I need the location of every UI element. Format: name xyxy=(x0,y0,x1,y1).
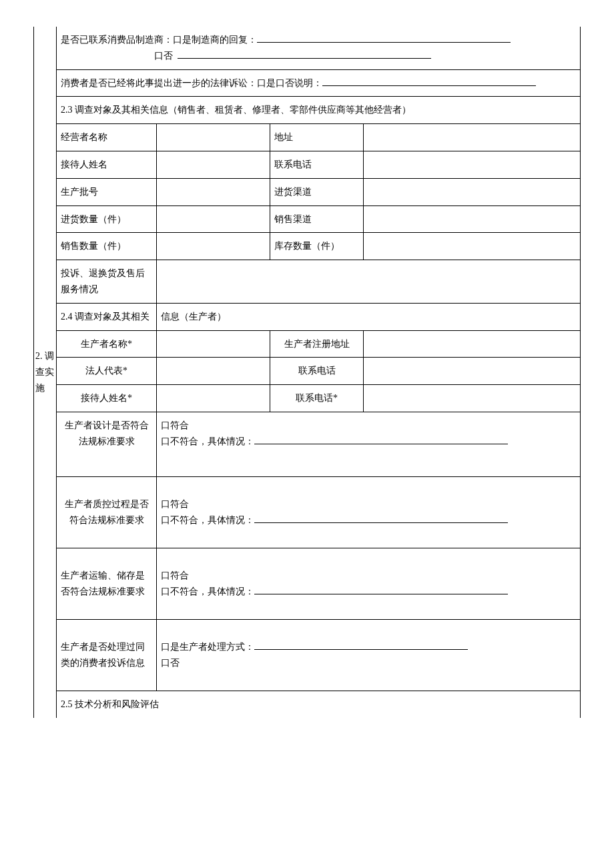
manufacturer-reply-blank[interactable] xyxy=(257,33,511,43)
legal-options[interactable]: 口是口否说明： xyxy=(257,77,322,88)
design-compliance-label: 生产者设计是否符合法规标准要求 xyxy=(57,412,157,476)
legal-rep-label: 法人代表* xyxy=(57,358,157,385)
transport-conform-option[interactable]: 口符合 xyxy=(161,570,189,580)
transport-compliance-label: 生产者运输、储存是否符合法规标准要求 xyxy=(57,548,157,619)
producer-receptionist-value[interactable] xyxy=(157,385,270,412)
design-nonconform-option[interactable]: 口不符合，具体情况： xyxy=(161,436,254,446)
transport-nonconform-blank[interactable] xyxy=(254,584,508,594)
similar-yes-option[interactable]: 口是生产者处理方式： xyxy=(161,641,254,652)
transport-nonconform-option[interactable]: 口不符合，具体情况： xyxy=(161,586,254,596)
contact-phone-label: 联系电话 xyxy=(270,151,364,178)
sales-qty-label: 销售数量（件） xyxy=(57,233,157,260)
similar-method-blank[interactable] xyxy=(254,640,468,650)
producer-name-label: 生产者名称* xyxy=(57,330,157,358)
section-2-3-header: 2.3 调查对象及其相关信息（销售者、租赁者、修理者、零部件供应商等其他经营者） xyxy=(57,97,581,124)
stock-qty-label: 库存数量（件） xyxy=(270,233,364,260)
design-conform-option[interactable]: 口符合 xyxy=(161,420,189,430)
qc-compliance-label: 生产者质控过程是否符合法规标准要求 xyxy=(57,476,157,548)
similar-complaints-label: 生产者是否处理过同类的消费者投诉信息 xyxy=(57,619,157,691)
purchase-qty-value[interactable] xyxy=(157,205,270,233)
design-compliance-value: 口符合 口不符合，具体情况： xyxy=(157,412,581,476)
design-nonconform-blank[interactable] xyxy=(254,434,508,444)
operator-name-label: 经营者名称 xyxy=(57,124,157,151)
contacted-no-option[interactable]: 口否 xyxy=(154,50,173,61)
receptionist-name-label: 接待人姓名 xyxy=(57,151,157,178)
sales-channel-label: 销售渠道 xyxy=(270,205,364,233)
producer-receptionist-label: 接待人姓名* xyxy=(57,385,157,412)
qc-compliance-value: 口符合 口不符合，具体情况： xyxy=(157,476,581,548)
qc-nonconform-blank[interactable] xyxy=(254,513,508,523)
producer-receptionist-phone-label: 联系电话* xyxy=(270,385,364,412)
purchase-channel-label: 进货渠道 xyxy=(270,178,364,205)
receptionist-name-value[interactable] xyxy=(157,151,270,178)
contacted-yes-option[interactable]: 口是制造商的回复： xyxy=(173,34,257,45)
section-2-4-right: 信息（生产者） xyxy=(157,303,581,330)
row-legal-action: 消费者是否已经将此事提出进一步的法律诉讼：口是口否说明： xyxy=(57,69,581,97)
producer-name-value[interactable] xyxy=(157,330,270,358)
purchase-channel-value[interactable] xyxy=(364,178,581,205)
producer-reg-address-value[interactable] xyxy=(364,330,581,358)
sales-qty-value[interactable] xyxy=(157,233,270,260)
purchase-qty-label: 进货数量（件） xyxy=(57,205,157,233)
complaint-aftersale-value[interactable] xyxy=(157,260,581,304)
batch-number-label: 生产批号 xyxy=(57,178,157,205)
producer-receptionist-phone-value[interactable] xyxy=(364,385,581,412)
qc-nonconform-option[interactable]: 口不符合，具体情况： xyxy=(161,514,254,525)
operator-name-value[interactable] xyxy=(157,124,270,151)
similar-complaints-value: 口是生产者处理方式： 口否 xyxy=(157,619,581,691)
batch-number-value[interactable] xyxy=(157,178,270,205)
address-label: 地址 xyxy=(270,124,364,151)
address-value[interactable] xyxy=(364,124,581,151)
producer-contact-phone-value[interactable] xyxy=(364,358,581,385)
section-2-5-header: 2.5 技术分析和风险评估 xyxy=(57,691,581,717)
row-contacted-manufacturer: 是否已联系消费品制造商：口是制造商的回复： 口否 xyxy=(57,27,581,69)
producer-reg-address-label: 生产者注册地址 xyxy=(270,330,364,358)
legal-rep-value[interactable] xyxy=(157,358,270,385)
similar-no-option[interactable]: 口否 xyxy=(161,657,180,668)
qc-conform-option[interactable]: 口符合 xyxy=(161,498,189,509)
sales-channel-value[interactable] xyxy=(364,205,581,233)
contact-phone-value[interactable] xyxy=(364,151,581,178)
complaint-aftersale-label: 投诉、退换货及售后服务情况 xyxy=(57,260,157,304)
producer-contact-phone-label: 联系电话 xyxy=(270,358,364,385)
section-2-4-left: 2.4 调查对象及其相关 xyxy=(57,303,157,330)
contacted-prefix: 是否已联系消费品制造商： xyxy=(61,35,173,45)
legal-prefix: 消费者是否已经将此事提出进一步的法律诉讼： xyxy=(61,78,257,88)
contacted-no-blank xyxy=(178,49,431,59)
transport-compliance-value: 口符合 口不符合，具体情况： xyxy=(157,548,581,619)
stock-qty-value[interactable] xyxy=(364,233,581,260)
legal-note-blank[interactable] xyxy=(322,76,536,86)
side-section-label: 2. 调查实施 xyxy=(34,27,57,718)
